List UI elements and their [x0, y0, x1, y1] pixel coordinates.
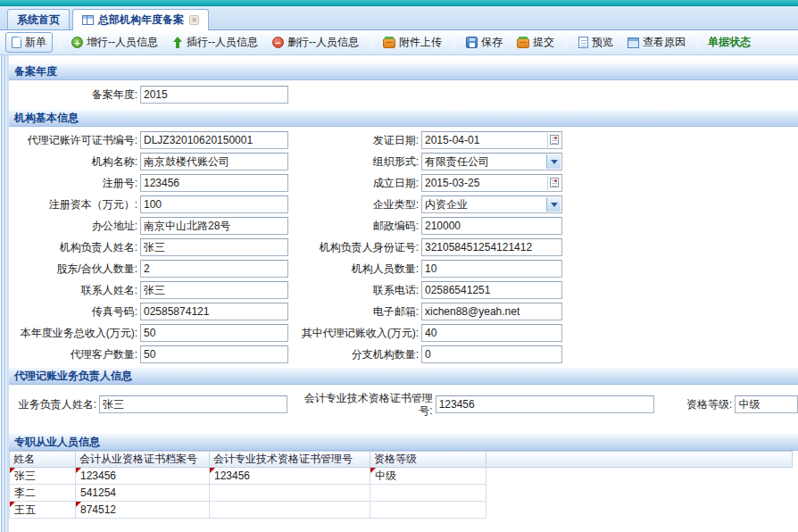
manager-name-input[interactable]: [99, 395, 287, 413]
form-row: 注册号: 成立日期: 2015-03-25: [9, 172, 798, 194]
submit-button[interactable]: 提交: [511, 33, 560, 52]
field-label: 机构名称:: [9, 154, 137, 170]
form-row: 代理客户数量: 分支机构数量:: [9, 344, 798, 365]
issue-date-input[interactable]: 2015-04-01: [421, 131, 562, 149]
chevron-down-icon[interactable]: [546, 154, 561, 169]
staff-table-header: 姓名 会计从业资格证书档案号 会计专业技术资格证书管理号 资格等级: [9, 451, 793, 468]
manager-cert-input[interactable]: [436, 395, 654, 413]
table-cell[interactable]: 874512: [76, 502, 210, 519]
postal-code-input[interactable]: [421, 217, 562, 235]
tab-system-home[interactable]: 系统首页: [7, 9, 70, 29]
table-cell[interactable]: 中级: [370, 468, 486, 485]
field-label: 传真号码:: [9, 304, 137, 320]
attachment-upload-button[interactable]: 附件上传: [378, 33, 447, 52]
save-button[interactable]: 保存: [461, 33, 508, 52]
table-row[interactable]: 李二 541254: [9, 485, 793, 502]
bookkeeping-income-input[interactable]: [421, 324, 562, 342]
toolbar-separator: [453, 36, 454, 50]
filing-year-input[interactable]: [140, 86, 288, 104]
field-label: 代理客户数量:: [9, 347, 137, 362]
table-cell[interactable]: 张三: [10, 468, 76, 485]
table-cell[interactable]: [370, 485, 486, 502]
toolbar-separator: [566, 36, 567, 50]
client-count-input[interactable]: [140, 345, 288, 363]
grid-icon: [82, 15, 94, 25]
tab-label: 系统首页: [17, 12, 60, 28]
add-row-button[interactable]: 增行--人员信息: [66, 33, 163, 52]
staff-table: 姓名 会计从业资格证书档案号 会计专业技术资格证书管理号 资格等级 张三 123…: [9, 451, 793, 519]
branch-count-input[interactable]: [421, 345, 562, 363]
contact-name-input[interactable]: [140, 281, 288, 299]
top-teal-bar: [0, 0, 798, 6]
manager-level-input[interactable]: [735, 395, 798, 413]
form-row: 机构负责人姓名: 机构负责人身份证号:: [9, 237, 798, 258]
table-cell[interactable]: 李二: [10, 485, 76, 502]
section-header-filing-year: 备案年度: [9, 62, 798, 80]
table-cell[interactable]: 123456: [76, 468, 210, 485]
field-label: 其中代理记账收入(万元):: [288, 326, 419, 341]
new-doc-icon: [12, 37, 21, 48]
table-row[interactable]: 王五 874512: [9, 502, 793, 519]
close-icon[interactable]: [189, 15, 199, 25]
add-row-icon: [71, 37, 83, 48]
field-label: 机构人员数量:: [288, 262, 419, 277]
toolbar: 新单 增行--人员信息 插行--人员信息 删行--人员信息 附件上传 保存 提交: [0, 30, 798, 55]
staff-count-input[interactable]: [421, 260, 562, 278]
view-reason-button[interactable]: 查看原因: [622, 33, 691, 52]
left-border-stripe: [0, 55, 9, 532]
table-cell[interactable]: [210, 502, 370, 519]
column-header[interactable]: 资格等级: [370, 452, 486, 467]
column-header[interactable]: 姓名: [10, 452, 76, 467]
table-cell[interactable]: [210, 485, 370, 502]
field-label: 股东/合伙人数量:: [9, 262, 137, 277]
table-cell[interactable]: 541254: [76, 485, 210, 502]
field-label: 机构负责人姓名:: [9, 240, 137, 255]
doc-status-label[interactable]: 单据状态: [704, 35, 754, 50]
column-header[interactable]: 会计从业资格证书档案号: [76, 452, 210, 467]
field-label: 注册资本（万元）:: [9, 197, 137, 212]
total-income-input[interactable]: [140, 324, 288, 342]
field-label: 成立日期:: [288, 176, 419, 191]
org-name-input[interactable]: [140, 153, 288, 170]
table-cell[interactable]: 王五: [10, 502, 76, 519]
shareholder-count-input[interactable]: [140, 260, 288, 278]
chevron-down-icon[interactable]: [546, 197, 561, 212]
new-doc-button[interactable]: 新单: [5, 32, 53, 53]
table-row[interactable]: 张三 123456 123456 中级: [9, 468, 793, 485]
column-header[interactable]: 会计专业技术资格证书管理号: [210, 452, 370, 467]
fax-number-input[interactable]: [140, 303, 288, 320]
establish-date-input[interactable]: 2015-03-25: [421, 174, 562, 192]
delete-row-icon: [272, 37, 284, 48]
leader-id-input[interactable]: [421, 238, 562, 256]
app-window: 系统首页 总部机构年度备案 新单 增行--人员信息 插行--人员信息 删行--人…: [0, 0, 798, 532]
submit-icon: [517, 38, 529, 48]
calendar-icon[interactable]: [547, 133, 561, 147]
delete-row-button[interactable]: 删行--人员信息: [267, 33, 364, 52]
section-header-staff: 专职从业人员信息: [9, 433, 798, 451]
license-number-input[interactable]: [140, 131, 288, 149]
section-header-manager: 代理记账业务负责人信息: [9, 367, 798, 385]
leader-name-input[interactable]: [140, 238, 288, 256]
org-form-select[interactable]: 有限责任公司: [421, 153, 562, 170]
field-label: 本年度业务总收入(万元):: [9, 326, 137, 341]
toolbar-separator: [370, 36, 371, 50]
form-area: 备案年度 备案年度: 机构基本信息 代理记账许可证书编号: 发证日期: 2015…: [0, 55, 798, 532]
registration-number-input[interactable]: [140, 174, 288, 192]
tab-annual-filing[interactable]: 总部机构年度备案: [72, 9, 209, 30]
column-header-filler: [486, 452, 792, 467]
email-input[interactable]: [421, 303, 562, 320]
office-address-input[interactable]: [140, 217, 288, 235]
view-reason-icon: [628, 37, 639, 48]
table-cell[interactable]: 123456: [210, 468, 370, 485]
form-row: 股东/合伙人数量: 机构人员数量:: [9, 258, 798, 279]
table-cell[interactable]: [370, 502, 486, 519]
enterprise-type-select[interactable]: 内资企业: [421, 195, 562, 213]
form-row: 本年度业务总收入(万元): 其中代理记账收入(万元):: [9, 322, 798, 344]
form-row: 联系人姓名: 联系电话:: [9, 279, 798, 301]
insert-row-button[interactable]: 插行--人员信息: [167, 33, 263, 52]
toolbar-separator: [697, 36, 698, 50]
preview-button[interactable]: 预览: [573, 33, 619, 52]
calendar-icon[interactable]: [547, 176, 561, 190]
contact-phone-input[interactable]: [421, 281, 562, 299]
registered-capital-input[interactable]: [140, 195, 288, 213]
